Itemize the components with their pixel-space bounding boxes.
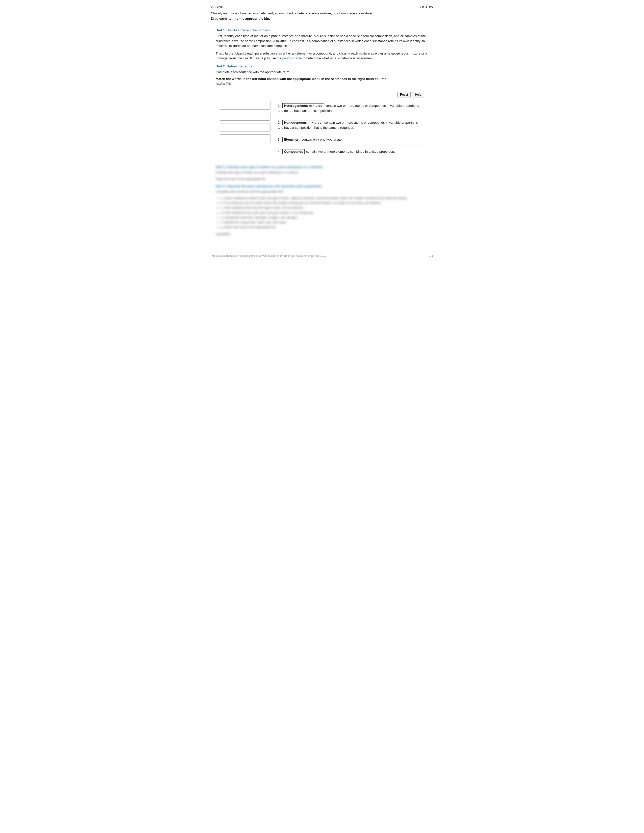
sentence-num-4: 4. [278,150,280,153]
answer-area: Reset Help 1. Heterogeneous mixtures con… [216,88,428,160]
sentences-column: 1. Heterogeneous mixtures contain two or… [275,101,424,156]
hint1-title: Hint 1. How to approach the problem [216,28,428,32]
answer-label: ANSWER: [216,82,428,85]
term-badge-1: Heterogeneous mixtures [282,103,324,108]
page-title: Ch 3 HW [420,5,433,9]
sentence-num-3: 3. [278,138,280,142]
help-button[interactable]: Help [412,92,424,97]
footer-page: 1/1 [429,254,433,257]
bin-2[interactable] [220,112,270,121]
sentence-text-3: contain only one type of atom. [301,138,345,142]
match-instruction: Match the words in the left-hand column … [216,77,428,81]
hint-container: Hint 1. How to approach the problem Firs… [211,24,433,244]
blurred-hint3-title: Hint 3. Classify each type of matter as … [216,165,428,169]
blurred-list-item: c. If the substance has only one type of… [221,206,428,210]
blurred-hint3-sub: Drag each item to the appropriate bin. [216,177,428,181]
reset-button[interactable]: Reset [397,92,411,97]
answer-toolbar: Reset Help [220,92,424,97]
intro-text: Classify each type of matter as an eleme… [211,11,433,15]
bin-4[interactable] [220,134,270,143]
blurred-list-item: e. Classify the elements: hydrogen, oxyg… [221,215,428,220]
date-label: 2/26/2019 [211,5,225,9]
blurred-list-item: d. If the substance has more than one ty… [221,211,428,215]
bin-3[interactable] [220,123,270,132]
footer-url: https://session.masteringchemistry.com/m… [211,254,326,257]
blurred-hint4-list: a. A pure substance made of only one typ… [221,196,428,230]
footer: https://session.masteringchemistry.com/m… [211,252,433,257]
blurred-list-item: f. Classify the compounds: water, salt, … [221,220,428,225]
blurred-hint4-body: Complete each sentence with the appropri… [216,189,428,194]
hint1-link[interactable]: How to approach the problem [227,28,270,32]
blurred-list-item: g. Match each item to the appropriate bi… [221,225,428,230]
sentence-row-3: 3. Elements contain only one type of ato… [275,135,424,145]
hint2-body: Complete each sentence with the appropri… [216,70,428,75]
term-badge-4: Compounds [282,149,304,154]
blurred-list-item: a. A pure substance made of only one typ… [221,196,428,201]
blurred-hint3-body: Classify each type of matter as a pure s… [216,170,428,175]
sentence-num-1: 1. [278,104,280,108]
blurred-hint4-title: Hint 4. Separate the pure substances int… [216,184,428,188]
hint1-body2: Then, further classify each pure substan… [216,51,428,61]
drag-instruction: Drag each item to the appropriate bin. [211,17,433,21]
sentence-text-4: contain two or more elements combined in… [306,150,395,153]
match-area: 1. Heterogeneous mixtures contain two or… [220,101,424,156]
bin-1[interactable] [220,101,270,109]
sentence-row-4: 4. Compounds contain two or more element… [275,147,424,156]
blurred-list-item: b. If a compound can be broken down into… [221,201,428,206]
term-badge-2: Homogeneous mixtures [282,120,323,125]
hint2-link[interactable]: Define the terms [227,64,252,68]
term-badge-3: Elements [282,137,300,142]
hint1-body1: First, identify each type of matter as a… [216,34,428,48]
bins-column [220,101,270,156]
blurred-content: Hint 3. Classify each type of matter as … [216,165,428,236]
periodic-table-link[interactable]: periodic table [282,56,302,60]
blurred-answer-label: ANSWER: [216,232,428,236]
sentence-row-1: 1. Heterogeneous mixtures contain two or… [275,101,424,115]
sentence-num-2: 2. [278,121,280,124]
sentence-row-2: 2. Homogeneous mixtures contain two or m… [275,118,424,132]
hint2-title: Hint 2. Define the terms [216,64,428,68]
